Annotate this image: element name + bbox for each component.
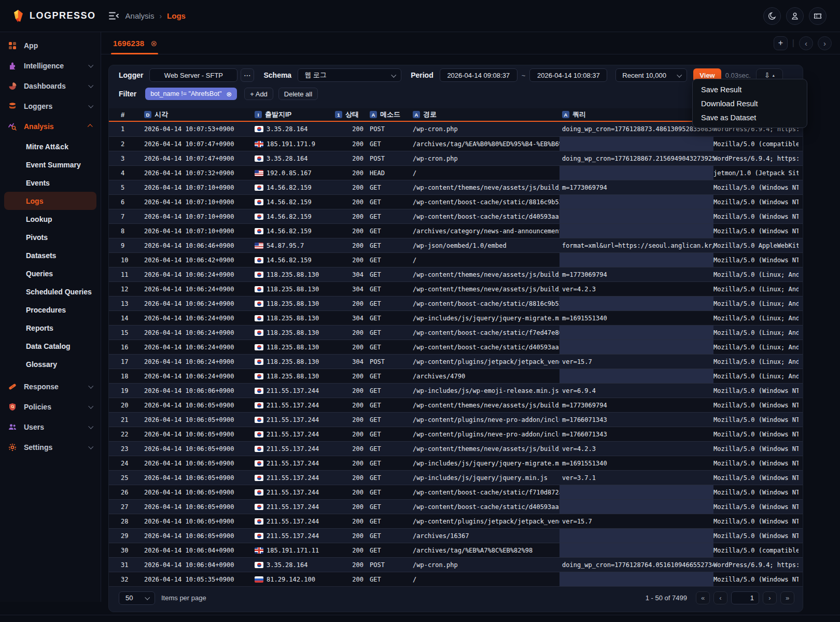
table-row[interactable]: 232026-04-14 10:06:05+0900211.55.137.244… — [109, 441, 803, 456]
sidebar-item-event-summary[interactable]: Event Summary — [4, 156, 96, 174]
table-row[interactable]: 112026-04-14 10:06:24+0900118.235.88.130… — [109, 267, 803, 281]
table-row[interactable]: 272026-04-14 10:06:05+0900211.55.137.244… — [109, 499, 803, 514]
table-row[interactable]: 152026-04-14 10:06:24+0900118.235.88.130… — [109, 325, 803, 340]
breadcrumb-parent[interactable]: Analysis — [125, 11, 155, 20]
cell-status: 200 — [335, 199, 363, 206]
kr-flag-icon — [255, 562, 263, 568]
sidebar-item-pivots[interactable]: Pivots — [4, 228, 96, 246]
table-row[interactable]: 62026-04-14 10:07:10+090014.56.82.159200… — [109, 194, 803, 209]
table-row[interactable]: 212026-04-14 10:06:05+0900211.55.137.244… — [109, 412, 803, 427]
sidebar-item-settings[interactable]: Settings — [0, 437, 101, 457]
tab-close-icon[interactable]: ⊗ — [151, 39, 158, 47]
table-row[interactable]: 222026-04-14 10:06:05+0900211.55.137.244… — [109, 427, 803, 441]
table-row[interactable]: 122026-04-14 10:06:24+0900118.235.88.130… — [109, 281, 803, 296]
schema-select[interactable]: 웹 로그 — [298, 68, 401, 82]
cell-status: 200 — [335, 125, 363, 133]
menu-item-download-result[interactable]: Download Result — [693, 96, 807, 110]
table-row[interactable]: 162026-04-14 10:06:24+0900118.235.88.130… — [109, 340, 803, 354]
column-header-time[interactable]: D시각 — [144, 110, 255, 119]
sidebar-item-mitre-att-ck[interactable]: Mitre Att&ck — [4, 137, 96, 156]
prev-tab-button[interactable]: ‹ — [799, 36, 813, 50]
page-size-select[interactable]: 50 — [119, 591, 155, 605]
period-from-input[interactable]: 2026-04-14 09:08:37 — [440, 68, 517, 82]
logger-input[interactable]: Web Server - SFTP — [149, 68, 237, 82]
breadcrumb-current[interactable]: Logs — [167, 11, 186, 20]
recent-range-select[interactable]: Recent 10,000 — [615, 68, 687, 82]
column-header-source-ip[interactable]: I출발지IP — [255, 110, 335, 119]
column-header-method[interactable]: A메소드 — [370, 110, 413, 119]
table-row[interactable]: 322026-04-14 10:05:35+090081.29.142.1002… — [109, 572, 803, 586]
sidebar-item-lookup[interactable]: Lookup — [4, 210, 96, 228]
first-page-button[interactable]: « — [696, 591, 710, 604]
filter-chip[interactable]: bot_name != "AhrefsBot" ⊗ — [145, 88, 237, 100]
sidebar-item-events[interactable]: Events — [4, 174, 96, 192]
table-row[interactable]: 172026-04-14 10:06:24+0900118.235.88.130… — [109, 354, 803, 369]
sidebar-item-glossary[interactable]: Glossary — [4, 355, 96, 373]
sidebar-item-intelligence[interactable]: Intelligence — [0, 55, 101, 76]
filter-chip-remove-icon[interactable]: ⊗ — [226, 90, 232, 98]
sidebar-item-dashboards[interactable]: Dashboards — [0, 76, 101, 96]
menu-item-save-as-dataset[interactable]: Save as Dataset — [693, 110, 807, 124]
sidebar-item-response[interactable]: Response — [0, 376, 101, 397]
table-row[interactable]: 132026-04-14 10:06:24+0900118.235.88.130… — [109, 296, 803, 310]
brand[interactable]: LOGPRESSO — [0, 9, 96, 23]
cell-path: / — [413, 576, 559, 583]
table-row[interactable]: 192026-04-14 10:06:06+0900211.55.137.244… — [109, 383, 803, 398]
next-page-button[interactable]: › — [763, 591, 777, 604]
sidebar-item-app[interactable]: App — [0, 35, 101, 55]
sidebar-item-loggers[interactable]: Loggers — [0, 96, 101, 116]
table-row[interactable]: 282026-04-14 10:06:05+0900211.55.137.244… — [109, 514, 803, 528]
sidebar-item-procedures[interactable]: Procedures — [4, 301, 96, 319]
cell-row-number: 28 — [121, 518, 144, 525]
add-filter-button[interactable]: + Add — [244, 88, 273, 100]
table-row[interactable]: 182026-04-14 10:06:24+0900118.235.88.130… — [109, 369, 803, 383]
table-row[interactable]: 72026-04-14 10:07:10+090014.56.82.159200… — [109, 209, 803, 223]
table-row[interactable]: 292026-04-14 10:06:05+0900211.55.137.244… — [109, 528, 803, 543]
account-button[interactable] — [786, 7, 804, 25]
delete-all-filters-button[interactable]: Delete all — [278, 88, 318, 100]
logger-more-button[interactable]: ⋯ — [241, 68, 254, 82]
sidebar-collapse-icon[interactable] — [108, 11, 119, 20]
sidebar-item-logs[interactable]: Logs — [4, 192, 96, 210]
last-page-button[interactable]: » — [780, 591, 794, 604]
table-row[interactable]: 102026-04-14 10:06:42+090014.56.82.15920… — [109, 252, 803, 267]
column-header-path[interactable]: A경로 — [413, 110, 559, 119]
puzzle-icon — [8, 61, 18, 70]
table-row[interactable]: 142026-04-14 10:06:24+0900118.235.88.130… — [109, 310, 803, 325]
period-to-input[interactable]: 2026-04-14 10:08:37 — [529, 68, 607, 82]
sidebar-item-data-catalog[interactable]: Data Catalog — [4, 337, 96, 355]
table-row[interactable]: 312026-04-14 10:06:04+09003.35.28.164200… — [109, 557, 803, 572]
prev-page-button[interactable]: ‹ — [713, 591, 727, 604]
tab-query-result[interactable]: 1696238 ⊗ — [101, 32, 166, 54]
dark-mode-button[interactable] — [763, 7, 781, 25]
table-row[interactable]: 52026-04-14 10:07:10+090014.56.82.159200… — [109, 180, 803, 194]
sidebar-item-users[interactable]: Users — [0, 417, 101, 437]
sidebar-item-reports[interactable]: Reports — [4, 319, 96, 337]
table-row[interactable]: 262026-04-14 10:06:05+0900211.55.137.244… — [109, 485, 803, 499]
table-row[interactable]: 22026-04-14 10:07:47+0900185.191.171.920… — [109, 136, 803, 151]
license-button[interactable] — [809, 7, 827, 25]
column-header-query[interactable]: A쿼리 — [559, 108, 713, 121]
column-header-row-number[interactable]: # — [121, 111, 144, 119]
sidebar-item-policies[interactable]: Policies — [0, 397, 101, 417]
menu-item-save-result[interactable]: Save Result — [693, 82, 807, 96]
sidebar-item-scheduled-queries[interactable]: Scheduled Queries — [4, 282, 96, 301]
table-row[interactable]: 82026-04-14 10:07:10+090014.56.82.159200… — [109, 223, 803, 238]
column-header-status[interactable]: 1상태 — [335, 110, 363, 119]
cell-row-number: 2 — [121, 140, 144, 148]
table-row[interactable]: 32026-04-14 10:07:47+09003.35.28.164200P… — [109, 151, 803, 165]
sidebar-item-datasets[interactable]: Datasets — [4, 246, 96, 264]
sidebar-item-queries[interactable]: Queries — [4, 264, 96, 282]
table-row[interactable]: 92026-04-14 10:06:46+090054.87.95.7200GE… — [109, 238, 803, 252]
page-number-input[interactable]: 1 — [731, 591, 759, 604]
brand-name: LOGPRESSO — [30, 10, 96, 21]
table-row[interactable]: 242026-04-14 10:06:05+0900211.55.137.244… — [109, 456, 803, 470]
sidebar-item-analysis[interactable]: Analysis — [0, 116, 101, 136]
next-tab-button[interactable]: › — [818, 36, 832, 50]
table-row[interactable]: 302026-04-14 10:06:04+0900185.191.171.11… — [109, 543, 803, 557]
table-row[interactable]: 202026-04-14 10:06:05+0900211.55.137.244… — [109, 398, 803, 412]
add-tab-button[interactable]: + — [774, 36, 788, 50]
table-row[interactable]: 42026-04-14 10:07:32+0900192.0.85.167200… — [109, 165, 803, 180]
cell-user-agent: Mozilla/5.0 (Windows NT — [713, 532, 799, 540]
table-row[interactable]: 252026-04-14 10:06:05+0900211.55.137.244… — [109, 470, 803, 485]
